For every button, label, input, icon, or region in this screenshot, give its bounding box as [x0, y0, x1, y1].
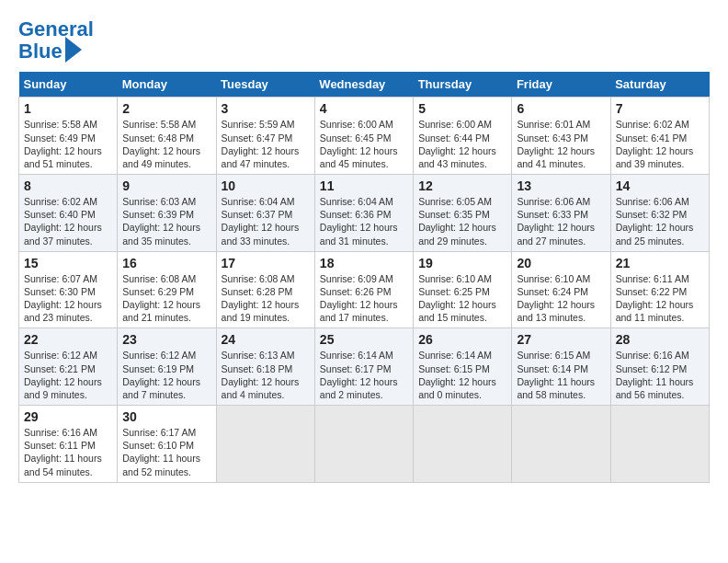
calendar-cell: 23Sunrise: 6:12 AMSunset: 6:19 PMDayligh… — [118, 328, 216, 406]
calendar-cell: 5Sunrise: 6:00 AMSunset: 6:44 PMDaylight… — [414, 98, 512, 175]
calendar-cell: 16Sunrise: 6:08 AMSunset: 6:29 PMDayligh… — [118, 251, 216, 328]
cell-content: Sunrise: 6:11 AMSunset: 6:22 PMDaylight:… — [616, 272, 704, 325]
calendar-cell: 30Sunrise: 6:17 AMSunset: 6:10 PMDayligh… — [118, 406, 216, 483]
cell-content: Sunrise: 6:14 AMSunset: 6:17 PMDaylight:… — [320, 349, 408, 401]
cell-content: Sunrise: 6:10 AMSunset: 6:24 PMDaylight:… — [517, 272, 605, 325]
cell-content: Sunrise: 6:12 AMSunset: 6:19 PMDaylight:… — [122, 349, 210, 401]
calendar-cell: 22Sunrise: 6:12 AMSunset: 6:21 PMDayligh… — [19, 328, 118, 406]
cell-content: Sunrise: 6:02 AMSunset: 6:41 PMDaylight:… — [616, 118, 704, 170]
calendar-cell — [414, 406, 512, 483]
cell-content: Sunrise: 6:08 AMSunset: 6:28 PMDaylight:… — [222, 272, 310, 325]
cell-content: Sunrise: 6:10 AMSunset: 6:25 PMDaylight:… — [418, 272, 506, 325]
day-number: 12 — [418, 178, 506, 193]
calendar-cell: 27Sunrise: 6:15 AMSunset: 6:14 PMDayligh… — [512, 328, 610, 406]
calendar-cell: 3Sunrise: 5:59 AMSunset: 6:47 PMDaylight… — [216, 98, 314, 175]
cell-content: Sunrise: 6:06 AMSunset: 6:32 PMDaylight:… — [616, 195, 704, 247]
col-header-wednesday: Wednesday — [314, 72, 413, 98]
day-number: 25 — [320, 332, 408, 347]
calendar-cell: 25Sunrise: 6:14 AMSunset: 6:17 PMDayligh… — [314, 328, 413, 406]
cell-content: Sunrise: 6:17 AMSunset: 6:10 PMDaylight:… — [122, 426, 210, 478]
day-number: 4 — [320, 101, 408, 116]
day-number: 24 — [222, 332, 310, 347]
calendar-cell: 21Sunrise: 6:11 AMSunset: 6:22 PMDayligh… — [610, 251, 709, 328]
cell-content: Sunrise: 6:09 AMSunset: 6:26 PMDaylight:… — [320, 272, 408, 325]
day-number: 16 — [122, 256, 210, 270]
calendar-cell: 15Sunrise: 6:07 AMSunset: 6:30 PMDayligh… — [19, 251, 118, 328]
calendar-table: SundayMondayTuesdayWednesdayThursdayFrid… — [18, 72, 710, 482]
calendar-cell: 18Sunrise: 6:09 AMSunset: 6:26 PMDayligh… — [314, 251, 413, 328]
calendar-cell: 8Sunrise: 6:02 AMSunset: 6:40 PMDaylight… — [19, 175, 118, 252]
day-number: 14 — [616, 178, 704, 193]
day-number: 18 — [320, 256, 408, 270]
cell-content: Sunrise: 6:00 AMSunset: 6:44 PMDaylight:… — [418, 118, 506, 170]
page-header: General Blue — [18, 18, 710, 63]
day-number: 22 — [24, 332, 112, 347]
calendar-cell: 26Sunrise: 6:14 AMSunset: 6:15 PMDayligh… — [414, 328, 512, 406]
cell-content: Sunrise: 6:12 AMSunset: 6:21 PMDaylight:… — [24, 349, 112, 401]
day-number: 6 — [517, 101, 605, 116]
cell-content: Sunrise: 6:04 AMSunset: 6:36 PMDaylight:… — [320, 195, 408, 247]
cell-content: Sunrise: 6:02 AMSunset: 6:40 PMDaylight:… — [24, 195, 112, 247]
day-number: 29 — [24, 409, 112, 424]
calendar-cell: 10Sunrise: 6:04 AMSunset: 6:37 PMDayligh… — [216, 175, 314, 252]
calendar-cell: 2Sunrise: 5:58 AMSunset: 6:48 PMDaylight… — [118, 98, 216, 175]
cell-content: Sunrise: 6:04 AMSunset: 6:37 PMDaylight:… — [222, 195, 310, 247]
day-number: 13 — [517, 178, 605, 193]
day-number: 11 — [320, 178, 408, 193]
day-number: 17 — [222, 256, 310, 270]
calendar-cell: 17Sunrise: 6:08 AMSunset: 6:28 PMDayligh… — [216, 251, 314, 328]
cell-content: Sunrise: 6:13 AMSunset: 6:18 PMDaylight:… — [222, 349, 310, 401]
calendar-cell — [512, 406, 610, 483]
col-header-saturday: Saturday — [610, 72, 709, 98]
col-header-friday: Friday — [512, 72, 610, 98]
cell-content: Sunrise: 6:06 AMSunset: 6:33 PMDaylight:… — [517, 195, 605, 247]
day-number: 8 — [24, 178, 112, 193]
day-number: 28 — [616, 332, 704, 347]
day-number: 15 — [24, 256, 112, 270]
calendar-cell — [314, 406, 413, 483]
calendar-cell: 7Sunrise: 6:02 AMSunset: 6:41 PMDaylight… — [610, 98, 709, 175]
cell-content: Sunrise: 5:58 AMSunset: 6:48 PMDaylight:… — [122, 118, 210, 170]
cell-content: Sunrise: 6:00 AMSunset: 6:45 PMDaylight:… — [320, 118, 408, 170]
calendar-cell: 9Sunrise: 6:03 AMSunset: 6:39 PMDaylight… — [118, 175, 216, 252]
cell-content: Sunrise: 6:14 AMSunset: 6:15 PMDaylight:… — [418, 349, 506, 401]
day-number: 2 — [122, 101, 210, 116]
cell-content: Sunrise: 6:01 AMSunset: 6:43 PMDaylight:… — [517, 118, 605, 170]
calendar-cell: 19Sunrise: 6:10 AMSunset: 6:25 PMDayligh… — [414, 251, 512, 328]
day-number: 7 — [616, 101, 704, 116]
cell-content: Sunrise: 6:05 AMSunset: 6:35 PMDaylight:… — [418, 195, 506, 247]
day-number: 27 — [517, 332, 605, 347]
calendar-cell: 29Sunrise: 6:16 AMSunset: 6:11 PMDayligh… — [19, 406, 118, 483]
calendar-cell: 28Sunrise: 6:16 AMSunset: 6:12 PMDayligh… — [610, 328, 709, 406]
calendar-cell — [216, 406, 314, 483]
day-number: 20 — [517, 256, 605, 270]
logo: General Blue — [18, 18, 94, 63]
cell-content: Sunrise: 6:03 AMSunset: 6:39 PMDaylight:… — [122, 195, 210, 247]
col-header-tuesday: Tuesday — [216, 72, 314, 98]
calendar-cell: 24Sunrise: 6:13 AMSunset: 6:18 PMDayligh… — [216, 328, 314, 406]
day-number: 10 — [222, 178, 310, 193]
calendar-cell: 13Sunrise: 6:06 AMSunset: 6:33 PMDayligh… — [512, 175, 610, 252]
col-header-sunday: Sunday — [19, 72, 118, 98]
calendar-cell — [610, 406, 709, 483]
cell-content: Sunrise: 6:15 AMSunset: 6:14 PMDaylight:… — [517, 349, 605, 401]
calendar-cell: 11Sunrise: 6:04 AMSunset: 6:36 PMDayligh… — [314, 175, 413, 252]
day-number: 21 — [616, 256, 704, 270]
cell-content: Sunrise: 5:59 AMSunset: 6:47 PMDaylight:… — [222, 118, 310, 170]
calendar-cell: 1Sunrise: 5:58 AMSunset: 6:49 PMDaylight… — [19, 98, 118, 175]
calendar-cell: 12Sunrise: 6:05 AMSunset: 6:35 PMDayligh… — [414, 175, 512, 252]
col-header-monday: Monday — [118, 72, 216, 98]
day-number: 30 — [122, 409, 210, 424]
calendar-cell: 6Sunrise: 6:01 AMSunset: 6:43 PMDaylight… — [512, 98, 610, 175]
calendar-cell: 20Sunrise: 6:10 AMSunset: 6:24 PMDayligh… — [512, 251, 610, 328]
day-number: 3 — [222, 101, 310, 116]
day-number: 1 — [24, 101, 112, 116]
day-number: 19 — [418, 256, 506, 270]
calendar-cell: 4Sunrise: 6:00 AMSunset: 6:45 PMDaylight… — [314, 98, 413, 175]
calendar-cell: 14Sunrise: 6:06 AMSunset: 6:32 PMDayligh… — [610, 175, 709, 252]
day-number: 26 — [418, 332, 506, 347]
day-number: 9 — [122, 178, 210, 193]
cell-content: Sunrise: 6:08 AMSunset: 6:29 PMDaylight:… — [122, 272, 210, 325]
cell-content: Sunrise: 6:16 AMSunset: 6:12 PMDaylight:… — [616, 349, 704, 401]
logo-arrow-icon — [65, 37, 82, 63]
